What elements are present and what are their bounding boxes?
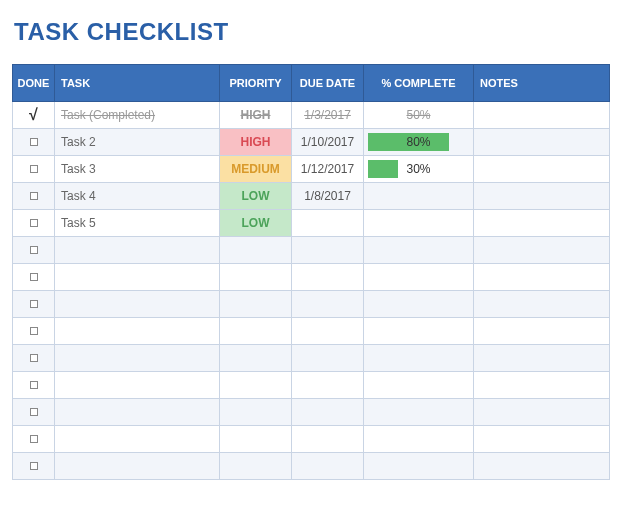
task-cell[interactable]	[55, 264, 220, 291]
task-cell[interactable]	[55, 345, 220, 372]
notes-cell[interactable]	[474, 345, 610, 372]
due-date-cell[interactable]: 1/10/2017	[292, 129, 364, 156]
due-date-cell[interactable]	[292, 345, 364, 372]
due-date-cell[interactable]	[292, 318, 364, 345]
task-cell[interactable]: Task 2	[55, 129, 220, 156]
pct-complete-cell[interactable]: 30%	[364, 156, 474, 183]
pct-complete-cell[interactable]	[364, 237, 474, 264]
table-row	[13, 264, 610, 291]
due-date-cell[interactable]	[292, 210, 364, 237]
pct-complete-cell[interactable]	[364, 399, 474, 426]
pct-complete-cell[interactable]	[364, 264, 474, 291]
due-date-cell[interactable]	[292, 453, 364, 480]
done-cell[interactable]	[13, 237, 55, 264]
checkbox-icon	[30, 327, 38, 335]
due-date-cell[interactable]	[292, 426, 364, 453]
done-cell[interactable]	[13, 183, 55, 210]
priority-cell[interactable]	[220, 318, 292, 345]
notes-cell[interactable]	[474, 264, 610, 291]
pct-complete-cell[interactable]	[364, 372, 474, 399]
due-date-cell[interactable]: 1/3/2017	[292, 102, 364, 129]
notes-cell[interactable]	[474, 183, 610, 210]
table-row	[13, 291, 610, 318]
table-row: Task 2HIGH1/10/201780%	[13, 129, 610, 156]
pct-complete-cell[interactable]	[364, 318, 474, 345]
priority-badge: HIGH	[220, 102, 291, 128]
due-date-cell[interactable]	[292, 237, 364, 264]
pct-complete-cell[interactable]	[364, 291, 474, 318]
task-cell[interactable]: Task 3	[55, 156, 220, 183]
due-date-cell[interactable]	[292, 372, 364, 399]
pct-text: 80%	[368, 135, 469, 149]
priority-cell[interactable]: MEDIUM	[220, 156, 292, 183]
pct-complete-cell[interactable]	[364, 210, 474, 237]
priority-cell[interactable]	[220, 426, 292, 453]
notes-cell[interactable]	[474, 291, 610, 318]
priority-cell[interactable]	[220, 372, 292, 399]
pct-bar-wrap: 80%	[368, 133, 469, 151]
done-cell[interactable]	[13, 372, 55, 399]
task-cell[interactable]	[55, 237, 220, 264]
priority-cell[interactable]	[220, 345, 292, 372]
col-notes: NOTES	[474, 65, 610, 102]
priority-badge: LOW	[220, 210, 291, 236]
done-cell[interactable]	[13, 399, 55, 426]
due-date-cell[interactable]: 1/8/2017	[292, 183, 364, 210]
priority-cell[interactable]: LOW	[220, 210, 292, 237]
pct-complete-cell[interactable]	[364, 183, 474, 210]
priority-cell[interactable]: HIGH	[220, 129, 292, 156]
notes-cell[interactable]	[474, 399, 610, 426]
done-cell[interactable]	[13, 129, 55, 156]
priority-cell[interactable]	[220, 453, 292, 480]
task-cell[interactable]	[55, 318, 220, 345]
done-cell[interactable]	[13, 318, 55, 345]
done-cell[interactable]	[13, 264, 55, 291]
notes-cell[interactable]	[474, 156, 610, 183]
done-cell[interactable]	[13, 156, 55, 183]
task-cell[interactable]	[55, 291, 220, 318]
notes-cell[interactable]	[474, 372, 610, 399]
done-cell[interactable]	[13, 426, 55, 453]
due-date-cell[interactable]	[292, 291, 364, 318]
due-date-cell[interactable]: 1/12/2017	[292, 156, 364, 183]
table-row	[13, 345, 610, 372]
checkbox-icon	[30, 354, 38, 362]
task-cell[interactable]	[55, 372, 220, 399]
due-date-cell[interactable]	[292, 264, 364, 291]
notes-cell[interactable]	[474, 210, 610, 237]
priority-badge: HIGH	[220, 129, 291, 155]
priority-cell[interactable]	[220, 399, 292, 426]
task-cell[interactable]: Task (Completed)	[55, 102, 220, 129]
pct-complete-cell[interactable]: 50%	[364, 102, 474, 129]
pct-complete-cell[interactable]	[364, 453, 474, 480]
pct-complete-cell[interactable]	[364, 345, 474, 372]
task-cell[interactable]	[55, 426, 220, 453]
checkbox-icon	[30, 192, 38, 200]
notes-cell[interactable]	[474, 453, 610, 480]
task-cell[interactable]: Task 4	[55, 183, 220, 210]
done-cell[interactable]	[13, 291, 55, 318]
done-cell[interactable]: √	[13, 102, 55, 129]
task-cell[interactable]	[55, 399, 220, 426]
priority-cell[interactable]: HIGH	[220, 102, 292, 129]
col-due: DUE DATE	[292, 65, 364, 102]
task-cell[interactable]	[55, 453, 220, 480]
notes-cell[interactable]	[474, 426, 610, 453]
pct-complete-cell[interactable]: 80%	[364, 129, 474, 156]
pct-complete-cell[interactable]	[364, 426, 474, 453]
done-cell[interactable]	[13, 210, 55, 237]
priority-cell[interactable]	[220, 237, 292, 264]
task-cell[interactable]: Task 5	[55, 210, 220, 237]
priority-cell[interactable]	[220, 291, 292, 318]
checkbox-icon	[30, 219, 38, 227]
notes-cell[interactable]	[474, 102, 610, 129]
priority-cell[interactable]	[220, 264, 292, 291]
notes-cell[interactable]	[474, 318, 610, 345]
notes-cell[interactable]	[474, 129, 610, 156]
due-date-cell[interactable]	[292, 399, 364, 426]
table-row: Task 3MEDIUM1/12/201730%	[13, 156, 610, 183]
done-cell[interactable]	[13, 345, 55, 372]
priority-cell[interactable]: LOW	[220, 183, 292, 210]
done-cell[interactable]	[13, 453, 55, 480]
notes-cell[interactable]	[474, 237, 610, 264]
